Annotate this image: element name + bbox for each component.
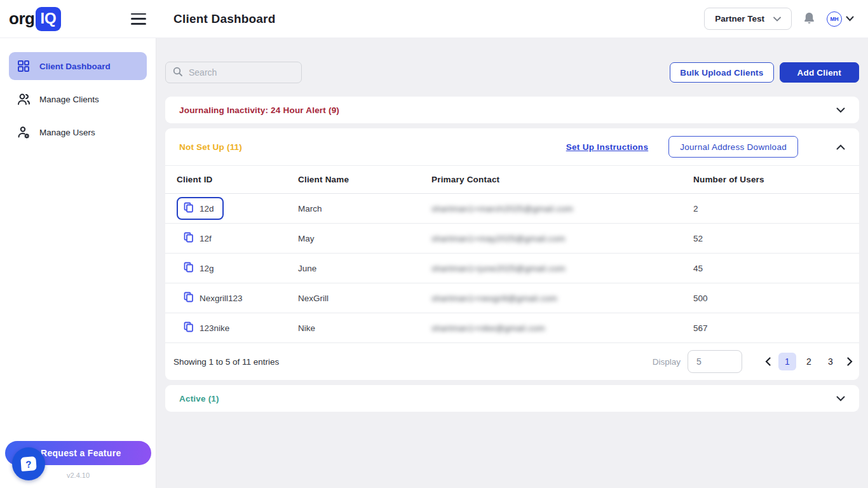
active-section-header[interactable]: Active (1) <box>165 385 859 412</box>
primary-contact: shartman1+june2025@gmail.com <box>431 264 692 273</box>
sidebar-item-label: Manage Clients <box>39 95 99 104</box>
partner-selector[interactable]: Partner Test <box>704 8 792 30</box>
journal-address-download-button[interactable]: Journal Address Download <box>668 136 798 158</box>
client-name: NexGrill <box>298 283 431 313</box>
sidebar-item-client-dashboard[interactable]: Client Dashboard <box>9 52 147 80</box>
user-menu[interactable]: MH <box>827 11 854 27</box>
add-client-button[interactable]: Add Client <box>780 62 860 83</box>
avatar: MH <box>827 11 842 27</box>
sidebar-item-manage-users[interactable]: Manage Users <box>9 118 147 146</box>
primary-contact: shartman1+nike@gmail.com <box>431 323 692 333</box>
primary-contact: shartman1+nexgrill@gmail.com <box>431 294 692 303</box>
table-header-row: Client ID Client Name Primary Contact Nu… <box>165 166 859 194</box>
chevron-up-icon[interactable] <box>836 144 845 150</box>
sidebar-item-label: Manage Users <box>39 128 95 137</box>
client-id-chip[interactable]: 12g <box>177 257 224 280</box>
display-label: Display <box>653 357 681 367</box>
sidebar-item-label: Client Dashboard <box>39 62 111 71</box>
client-id-chip[interactable]: Nexgrill123 <box>177 287 252 309</box>
chevron-down-icon <box>846 16 854 22</box>
number-of-users: 500 <box>692 283 859 313</box>
table-row: 123nike Nike shartman1+nike@gmail.com 56… <box>165 313 859 343</box>
page-button-1[interactable]: 1 <box>778 353 796 370</box>
search-icon <box>173 67 183 79</box>
client-name: June <box>298 254 431 283</box>
sidebar: Client Dashboard Manage Clients Manage U… <box>0 38 156 488</box>
not-set-up-title: Not Set Up (11) <box>179 142 242 152</box>
col-header-primary-contact: Primary Contact <box>431 166 692 194</box>
copy-icon[interactable] <box>184 262 194 274</box>
notification-bell-icon[interactable] <box>803 11 815 27</box>
question-chat-icon: ? <box>20 456 36 471</box>
dashboard-grid-icon <box>17 59 31 73</box>
top-bar: org IQ Client Dashboard Partner Test MH <box>0 0 868 38</box>
table-footer: Showing 1 to 5 of 11 entries Display 1 2… <box>165 343 859 380</box>
toolbar: Bulk Upload Clients Add Client <box>165 62 859 83</box>
prev-page-icon[interactable] <box>761 357 775 366</box>
client-id: 123nike <box>200 323 229 333</box>
clients-table: Client ID Client Name Primary Contact Nu… <box>165 165 859 343</box>
journaling-alert-card: Journaling Inactivity: 24 Hour Alert (9) <box>165 97 859 123</box>
user-gear-icon <box>17 125 31 139</box>
page-size-input[interactable] <box>688 350 742 373</box>
search-box[interactable] <box>165 62 302 83</box>
number-of-users: 52 <box>692 224 859 254</box>
active-card: Active (1) <box>165 385 859 412</box>
menu-toggle-icon[interactable] <box>131 13 146 25</box>
table-row: Nexgrill123 NexGrill shartman1+nexgrill@… <box>165 283 859 313</box>
table-row: 12g June shartman1+june2025@gmail.com 45 <box>165 254 859 283</box>
client-id: 12g <box>200 264 214 273</box>
chevron-down-icon[interactable] <box>836 107 845 113</box>
sidebar-item-manage-clients[interactable]: Manage Clients <box>9 85 147 113</box>
table-row: 12d March shartman1+march2025@gmail.com … <box>165 194 859 224</box>
logo-text-iq: IQ <box>36 7 60 31</box>
chevron-down-icon <box>773 17 781 22</box>
client-name: March <box>298 194 431 224</box>
col-header-client-name: Client Name <box>298 166 431 194</box>
client-id-chip[interactable]: 123nike <box>177 316 239 339</box>
app-logo: org IQ <box>9 7 61 31</box>
page-title: Client Dashboard <box>173 12 276 26</box>
client-id: Nexgrill123 <box>200 294 243 303</box>
search-input[interactable] <box>189 67 294 78</box>
number-of-users: 567 <box>692 313 859 343</box>
help-widget-button[interactable]: ? <box>12 447 45 480</box>
primary-contact: shartman1+may2025@gmail.com <box>431 234 692 243</box>
next-page-icon[interactable] <box>843 357 857 366</box>
primary-contact: shartman1+march2025@gmail.com <box>431 204 692 214</box>
client-id-chip[interactable]: 12d <box>177 197 224 220</box>
not-set-up-header: Not Set Up (11) Set Up Instructions Jour… <box>165 128 859 165</box>
client-id: 12d <box>200 204 214 214</box>
not-set-up-card: Not Set Up (11) Set Up Instructions Jour… <box>165 128 859 380</box>
copy-icon[interactable] <box>184 322 194 334</box>
number-of-users: 2 <box>692 194 859 224</box>
page-button-2[interactable]: 2 <box>800 353 818 370</box>
main-content: Bulk Upload Clients Add Client Journalin… <box>156 38 868 412</box>
people-icon <box>17 92 31 106</box>
table-row: 12f May shartman1+may2025@gmail.com 52 <box>165 224 859 254</box>
journaling-alert-header[interactable]: Journaling Inactivity: 24 Hour Alert (9) <box>165 97 859 123</box>
chevron-down-icon[interactable] <box>836 396 845 402</box>
copy-icon[interactable] <box>184 292 194 304</box>
number-of-users: 45 <box>692 254 859 283</box>
copy-icon[interactable] <box>184 202 194 215</box>
client-id-chip[interactable]: 12f <box>177 227 221 250</box>
logo-text-org: org <box>9 9 34 29</box>
partner-selector-label: Partner Test <box>715 14 764 24</box>
bulk-upload-clients-button[interactable]: Bulk Upload Clients <box>670 62 773 83</box>
client-name: May <box>298 224 431 254</box>
page-button-3[interactable]: 3 <box>822 353 839 370</box>
setup-instructions-link[interactable]: Set Up Instructions <box>566 142 648 152</box>
client-id: 12f <box>200 234 212 243</box>
col-header-client-id: Client ID <box>165 166 298 194</box>
pagination: 1 2 3 <box>761 353 857 370</box>
showing-entries-text: Showing 1 to 5 of 11 entries <box>173 357 279 367</box>
active-section-title: Active (1) <box>179 394 219 403</box>
client-name: Nike <box>298 313 431 343</box>
col-header-number-of-users: Number of Users <box>692 166 859 194</box>
journaling-alert-title: Journaling Inactivity: 24 Hour Alert (9) <box>179 105 339 115</box>
copy-icon[interactable] <box>184 232 194 245</box>
